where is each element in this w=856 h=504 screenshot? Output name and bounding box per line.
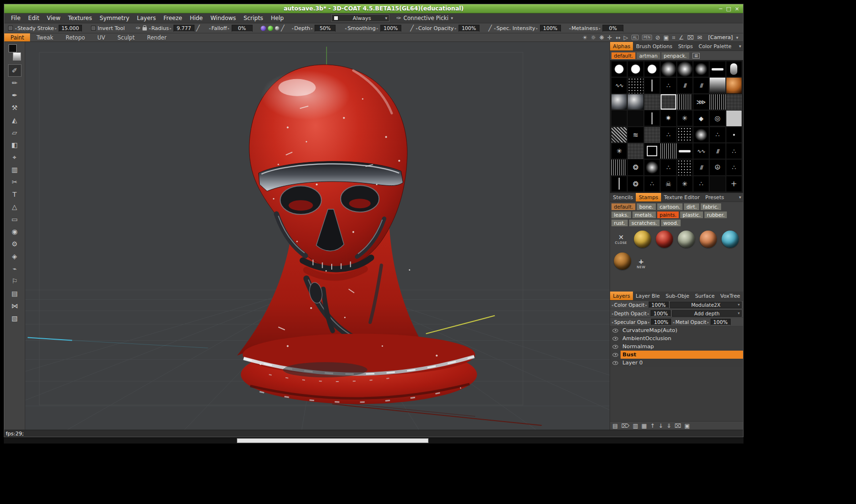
alpha-thumbnail[interactable] (628, 127, 643, 142)
stamp-category-chip[interactable]: scratches. (629, 220, 660, 226)
sphere-preview-small-icon[interactable] (275, 26, 279, 30)
layer-name[interactable]: AmbientOcclusion (621, 334, 743, 343)
alpha-thumbnail[interactable] (611, 143, 627, 159)
tool-button[interactable]: ⚙ (8, 238, 21, 250)
tool-button[interactable]: ⌖ (8, 151, 21, 163)
stamp-category-chip[interactable]: rubber. (704, 212, 727, 218)
room-tab[interactable]: Render (141, 33, 173, 41)
layer-op-icon[interactable]: ↓ (658, 423, 663, 429)
alpha-thumbnail[interactable] (611, 78, 627, 93)
menu-item[interactable]: View (43, 13, 64, 23)
viewport-icon[interactable]: ▣ (663, 34, 669, 41)
alpha-thumbnail[interactable] (710, 111, 725, 126)
layer-row[interactable]: Layer 0 (610, 359, 743, 367)
alpha-thumbnail[interactable] (611, 176, 627, 192)
panel-tab[interactable]: Color Palette (696, 42, 734, 50)
alpha-thumbnail[interactable] (661, 94, 676, 110)
menu-item[interactable]: Hide (186, 13, 206, 23)
alpha-thumbnail[interactable] (611, 111, 627, 126)
viewport-icon[interactable]: ⊘ (655, 34, 660, 41)
pen-pressure-icon[interactable]: ╱ (196, 25, 200, 31)
alpha-thumbnail[interactable] (726, 143, 742, 159)
alpha-thumbnail[interactable] (726, 127, 742, 142)
viewport-icon[interactable]: ∠ (679, 34, 684, 41)
alpha-thumbnail[interactable] (677, 111, 693, 126)
panel-tab[interactable]: Layers (610, 292, 633, 300)
stamp-category-chip[interactable]: leaks. (611, 212, 631, 218)
alpha-thumbnail[interactable] (710, 143, 725, 159)
alpha-thumbnail[interactable] (677, 94, 693, 110)
layer-op-icon[interactable]: ⌦ (621, 423, 629, 429)
panel-tab[interactable]: Stencils (610, 193, 636, 202)
spec-intensity-value[interactable]: 100% (540, 25, 561, 32)
invert-tool-checkbox[interactable] (91, 26, 96, 30)
panel-tab[interactable]: Presets (703, 193, 727, 202)
close-materials-button[interactable]: ✕ CLOSE (613, 234, 629, 245)
panel-menu-icon[interactable]: ▾ (739, 195, 743, 200)
layer-name[interactable]: Bust (621, 351, 743, 359)
alpha-thumbnail[interactable] (628, 143, 643, 159)
viewport-icon[interactable]: ▷ (623, 34, 628, 41)
chevron-down-icon[interactable]: ▾ (736, 35, 738, 40)
viewport-icon[interactable]: ❋ (599, 34, 604, 41)
alpha-thumbnail[interactable] (661, 111, 676, 126)
stamp-category-chip[interactable]: fabric. (701, 203, 721, 210)
stamp-category-chip[interactable]: plastic. (680, 212, 703, 218)
layer-op-icon[interactable]: ▦ (642, 423, 647, 429)
tool-button[interactable]: ✐ (8, 64, 21, 77)
panel-tab[interactable]: Stamps (636, 193, 661, 202)
layer-op-icon[interactable]: ⇓ (666, 423, 671, 429)
tool-button[interactable]: ⚐ (8, 275, 21, 287)
viewport-icon[interactable]: ⌗ (672, 34, 675, 41)
room-tab[interactable]: Sculpt (112, 33, 141, 41)
layer-op-icon[interactable]: ⌧ (674, 423, 681, 429)
tool-button[interactable]: ◈ (8, 250, 21, 262)
alpha-group-chip[interactable]: default. (611, 52, 635, 59)
layer-name[interactable]: Normalmap (621, 343, 743, 351)
alpha-thumbnail[interactable] (710, 78, 725, 93)
steady-stroke-checkbox[interactable] (8, 26, 13, 30)
layer-name[interactable]: Layer 0 (621, 359, 743, 367)
alpha-thumbnail[interactable] (661, 176, 676, 192)
tool-button[interactable]: ⌁ (8, 262, 21, 275)
alpha-thumbnail[interactable] (710, 176, 725, 192)
layer-metal-opacity-value[interactable]: 100% (711, 319, 731, 325)
steady-stroke-value[interactable]: 15.000 (59, 25, 82, 32)
alpha-thumbnail[interactable] (677, 160, 693, 175)
alpha-thumbnail[interactable] (644, 78, 660, 93)
material-swatch[interactable] (678, 231, 695, 248)
alpha-thumbnail[interactable] (693, 127, 709, 142)
alpha-thumbnail[interactable] (693, 94, 709, 110)
stamp-category-chip[interactable]: default. (611, 203, 635, 210)
tool-button[interactable]: ◭ (8, 114, 21, 126)
panel-tab[interactable]: Surface (692, 292, 717, 300)
material-swatch[interactable] (722, 231, 739, 248)
alpha-thumbnail[interactable] (628, 111, 643, 126)
panel-tab[interactable]: Strips (675, 42, 696, 50)
alpha-thumbnail[interactable] (628, 176, 643, 192)
radius-value[interactable]: 9.777 (173, 25, 194, 32)
alpha-thumbnail[interactable] (644, 176, 660, 192)
panel-tab[interactable]: Sub-Obje (662, 292, 692, 300)
viewport-icon[interactable]: ☀ (582, 34, 588, 41)
menu-item[interactable]: File (7, 13, 24, 23)
room-tab[interactable]: UV (91, 33, 111, 41)
tool-button[interactable]: ✏ (8, 77, 21, 89)
viewport-icon[interactable]: ⌧ (687, 34, 694, 41)
menu-item[interactable]: Symmetry (96, 13, 133, 23)
menu-item[interactable]: Scripts (240, 13, 267, 23)
add-group-icon[interactable]: ⊞ (693, 53, 700, 59)
minimize-icon[interactable]: ─ (719, 4, 723, 13)
tool-button[interactable]: △ (8, 201, 21, 213)
material-swatch[interactable] (656, 231, 673, 248)
alpha-thumbnail[interactable] (644, 94, 660, 110)
room-tab[interactable]: Tweak (30, 33, 59, 41)
alpha-thumbnail[interactable] (726, 61, 742, 77)
picker-dropdown[interactable]: ✑ Connective Picki ▾ (396, 15, 453, 21)
layer-specular-opacity-value[interactable]: 100% (651, 319, 671, 325)
alpha-thumbnail[interactable] (693, 61, 709, 77)
tool-button[interactable]: ⚒ (8, 101, 21, 114)
tool-button[interactable]: ▤ (8, 287, 21, 300)
alpha-thumbnail[interactable] (644, 61, 660, 77)
panel-tab[interactable]: Alphas (610, 42, 633, 50)
